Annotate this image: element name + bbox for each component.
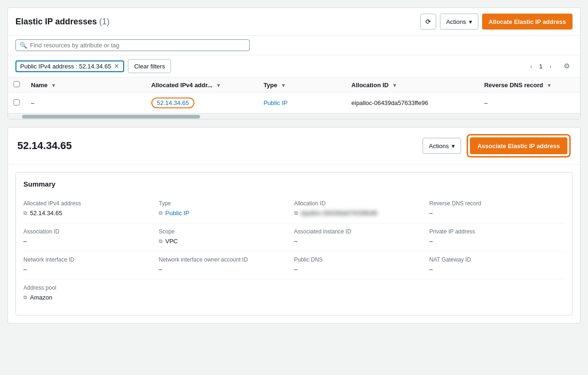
- type-cell: Type ⧉ Public IP: [159, 195, 294, 221]
- clear-filters-button[interactable]: Clear filters: [128, 59, 171, 73]
- network-owner-label[interactable]: Network interface owner account ID: [159, 256, 287, 263]
- col-type-header: Type ▼: [258, 77, 346, 93]
- row-checkbox[interactable]: [14, 99, 20, 105]
- prev-page-button[interactable]: ‹: [525, 60, 537, 72]
- search-wrap[interactable]: 🔍: [15, 39, 250, 51]
- filter-tag-label: Public IPv4 address : 52.14.34.65: [20, 63, 111, 70]
- summary-title: Summary: [23, 180, 565, 188]
- detail-actions-chevron-icon: ▾: [452, 142, 455, 150]
- allocated-ipv4-label: Allocated IPv4 address: [23, 200, 151, 207]
- panel-header: Elastic IP addresses (1) ⟳ Actions ▾ All…: [8, 8, 580, 36]
- scope-cell: Scope ⧉ VPC: [159, 224, 294, 249]
- table-row: – 52.14.34.65 Public IP eipalloc-06439da…: [8, 93, 580, 113]
- nat-gateway-value: –: [429, 266, 557, 273]
- allocation-id-label[interactable]: Allocation ID: [294, 200, 422, 207]
- summary-row-4: Address pool ⧉ Amazon: [23, 280, 565, 308]
- header-actions: ⟳ Actions ▾ Allocate Elastic IP address: [420, 14, 573, 30]
- type-sort-icon[interactable]: ▼: [281, 82, 286, 88]
- address-pool-label: Address pool: [23, 285, 151, 291]
- reverse-dns-value: –: [429, 210, 557, 217]
- network-interface-cell: Network interface ID –: [23, 252, 159, 278]
- filter-tags: Public IPv4 address : 52.14.34.65 ✕ Clea…: [15, 59, 171, 73]
- associated-instance-cell: Associated instance ID –: [294, 224, 430, 249]
- public-dns-cell: Public DNS –: [294, 252, 430, 278]
- col-dns-header: Reverse DNS record ▼: [478, 77, 580, 93]
- nat-gateway-label: NAT Gateway ID: [429, 256, 557, 263]
- allocation-id-blurred: eipalloc-06439da57633ffe96: [301, 210, 378, 217]
- associate-button[interactable]: Associate Elastic IP address: [470, 137, 567, 154]
- col-select-all: [8, 77, 25, 93]
- ipv4-sort-icon[interactable]: ▼: [216, 82, 221, 88]
- col-alloc-header: Allocation ID ▼: [346, 77, 478, 93]
- association-id-value: –: [23, 238, 151, 245]
- dns-sort-icon[interactable]: ▼: [547, 82, 552, 88]
- search-icon: 🔍: [20, 42, 27, 49]
- summary-row-1: Allocated IPv4 address ⧉ 52.14.34.65 Typ…: [23, 195, 565, 224]
- network-owner-cell: Network interface owner account ID –: [159, 252, 294, 278]
- panel-title: Elastic IP addresses (1): [15, 17, 110, 26]
- copy-ipv4-icon[interactable]: ⧉: [23, 210, 27, 216]
- ip-address-link[interactable]: 52.14.34.65: [151, 98, 195, 108]
- row-checkbox-cell: [8, 93, 25, 113]
- actions-button[interactable]: Actions ▾: [440, 14, 478, 30]
- refresh-button[interactable]: ⟳: [420, 14, 436, 30]
- association-id-cell: Association ID –: [23, 224, 159, 249]
- actions-label: Actions: [446, 18, 466, 25]
- detail-actions-label: Actions: [429, 142, 449, 150]
- detail-title: 52.14.34.65: [17, 140, 72, 152]
- col-name-header: Name ▼: [25, 77, 146, 93]
- row-ipv4: 52.14.34.65: [146, 93, 258, 113]
- allocated-ipv4-value: ⧉ 52.14.34.65: [23, 210, 151, 217]
- pagination: ‹ 1 ›: [525, 60, 557, 72]
- private-ip-cell: Private IP address –: [429, 224, 565, 249]
- allocation-id-value: ⧉ eipalloc-06439da57633ffe96: [294, 210, 422, 217]
- detail-panel: 52.14.34.65 Actions ▾ Associate Elastic …: [7, 127, 581, 323]
- private-ip-value: –: [429, 238, 557, 245]
- copy-pool-icon[interactable]: ⧉: [23, 294, 27, 300]
- elastic-ip-panel: Elastic IP addresses (1) ⟳ Actions ▾ All…: [7, 8, 581, 120]
- copy-scope-icon[interactable]: ⧉: [159, 238, 163, 244]
- scrollbar-thumb: [22, 115, 200, 119]
- reverse-dns-label: Reverse DNS record: [429, 200, 557, 207]
- copy-alloc-icon[interactable]: ⧉: [294, 210, 298, 216]
- settings-icon[interactable]: ⚙: [560, 60, 573, 72]
- panel-count: (1): [99, 17, 110, 26]
- public-dns-label[interactable]: Public DNS: [294, 256, 422, 263]
- network-interface-value: –: [23, 266, 151, 273]
- type-value: ⧉ Public IP: [159, 210, 287, 217]
- network-interface-label[interactable]: Network interface ID: [23, 256, 151, 263]
- row-allocation-id: eipalloc-06439da57633ffe96: [346, 93, 478, 113]
- col-ipv4-header: Allocated IPv4 addr... ▼: [146, 77, 258, 93]
- summary-row-3: Network interface ID – Network interface…: [23, 252, 565, 280]
- row-type: Public IP: [258, 93, 346, 113]
- association-id-label: Association ID: [23, 228, 151, 235]
- scope-value: ⧉ VPC: [159, 238, 287, 245]
- panel-title-group: Elastic IP addresses (1): [15, 17, 110, 27]
- copy-type-icon[interactable]: ⧉: [159, 210, 163, 216]
- row-name: –: [25, 93, 146, 113]
- associated-instance-value: –: [294, 238, 422, 245]
- name-sort-icon[interactable]: ▼: [51, 82, 56, 88]
- detail-actions-button[interactable]: Actions ▾: [423, 138, 461, 154]
- alloc-sort-icon[interactable]: ▼: [392, 82, 397, 88]
- detail-actions: Actions ▾ Associate Elastic IP address: [423, 134, 571, 158]
- next-page-button[interactable]: ›: [544, 60, 557, 72]
- allocate-button[interactable]: Allocate Elastic IP address: [482, 14, 573, 30]
- associate-highlight: Associate Elastic IP address: [467, 134, 571, 158]
- filter-tag-remove-button[interactable]: ✕: [114, 63, 119, 69]
- private-ip-label[interactable]: Private IP address: [429, 228, 557, 235]
- type-link[interactable]: Public IP: [263, 99, 287, 106]
- associated-instance-label[interactable]: Associated instance ID: [294, 228, 422, 235]
- select-all-checkbox[interactable]: [14, 81, 20, 87]
- search-bar: 🔍: [8, 36, 580, 55]
- page-number: 1: [539, 63, 543, 70]
- horizontal-scrollbar[interactable]: [8, 113, 580, 119]
- nat-gateway-cell: NAT Gateway ID –: [429, 252, 565, 278]
- address-pool-value: ⧉ Amazon: [23, 294, 151, 301]
- filter-bar: Public IPv4 address : 52.14.34.65 ✕ Clea…: [8, 55, 580, 77]
- search-input[interactable]: [30, 42, 246, 49]
- row-reverse-dns: –: [478, 93, 580, 113]
- table-header-row: Name ▼ Allocated IPv4 addr... ▼ Type ▼ A…: [8, 77, 580, 93]
- refresh-icon: ⟳: [425, 18, 431, 25]
- reverse-dns-cell: Reverse DNS record –: [429, 195, 565, 221]
